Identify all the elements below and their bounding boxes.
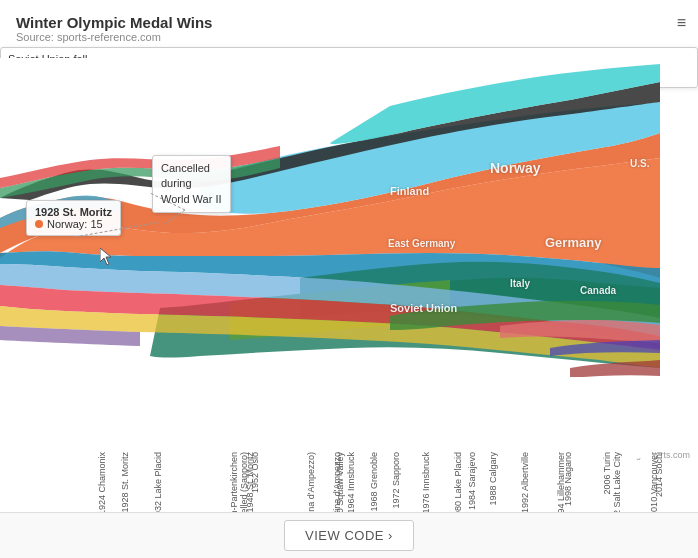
x-axis-label: 1928 St. Moritz <box>120 452 130 512</box>
x-axis-label: 1944 Cancelled (Cortina d'Ampezzo) <box>306 452 316 512</box>
main-container: Winter Olympic Medal Wins Source: sports… <box>0 0 698 558</box>
chart-header: Winter Olympic Medal Wins Source: sports… <box>0 0 698 47</box>
x-axis-label: 1976 Innsbruck <box>421 452 431 512</box>
x-axis-label: 1964 Innsbruck <box>346 452 356 512</box>
x-axis-label: 1952 Oslo <box>250 452 260 493</box>
x-axis-label: 1994 Lillehammer <box>556 452 566 512</box>
x-axis-label: 1980 Lake Placid <box>453 452 463 512</box>
view-code-button[interactable]: VIEW CODE › <box>284 520 414 551</box>
chart-area: Winter Olympic Medal Wins Source: sports… <box>0 0 698 512</box>
x-axis-label: 2010 Vancouver <box>649 452 659 512</box>
menu-icon[interactable]: ≡ <box>677 14 686 32</box>
x-axis-label: 1960 Squaw Valley <box>335 452 345 512</box>
x-axis-label: 1932 Lake Placid <box>153 452 163 512</box>
x-axis-label: 2002 Salt Lake City <box>612 452 622 512</box>
x-axis-label: 1968 Grenoble <box>369 452 379 512</box>
streamgraph-chart <box>0 58 660 458</box>
x-axis-label: 1972 Sapporo <box>391 452 401 509</box>
x-axis-label: 1984 Sarajevo <box>467 452 477 510</box>
chart-title: Winter Olympic Medal Wins <box>16 14 682 31</box>
x-axis-label: 1940 Cancelled (Sapporo) <box>239 452 249 512</box>
x-axis-label: 1936 Garmisch-Partenkirchen <box>229 452 239 512</box>
x-axis-label: 1924 Chamonix <box>97 452 107 512</box>
chart-source: Source: sports-reference.com <box>16 31 682 43</box>
x-axis-label: 2006 Turin <box>602 452 612 495</box>
view-code-bar: VIEW CODE › <box>0 512 698 558</box>
x-axis-label: 1998 Nagano <box>563 452 573 506</box>
x-axis-label: 1948 St. Moritz <box>245 452 255 512</box>
x-axis-label: 1956 Cortina d'Ampezzo <box>332 452 342 512</box>
x-axis-label: 1988 Calgary <box>488 452 498 506</box>
x-axis-label: 1992 Albertville <box>520 452 530 512</box>
